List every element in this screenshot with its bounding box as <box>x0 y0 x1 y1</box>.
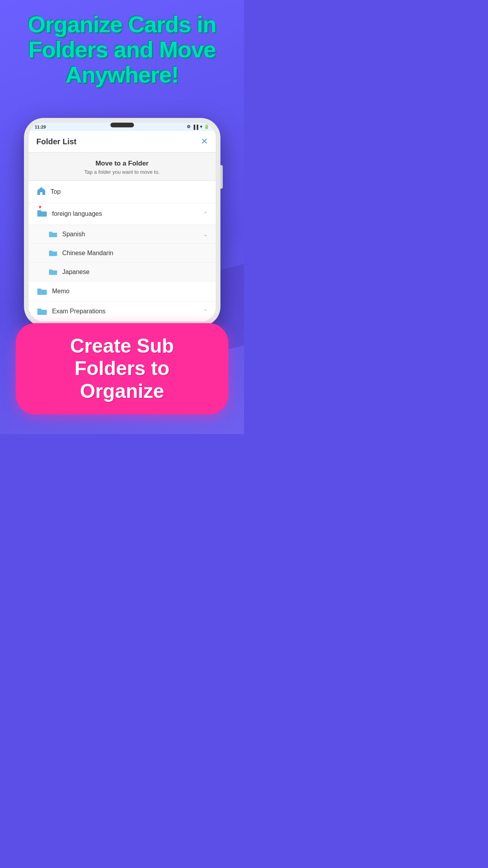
phone-screen: 11:29 ⚙ ▐▐ ▾ 🔋 Folder List ✕ Move to a F… <box>29 123 216 322</box>
folder-item-chinese[interactable]: Chinese Mandarin <box>29 244 216 263</box>
dialog-header: Folder List ✕ <box>29 131 216 153</box>
move-header: Move to a Folder Tap a folder you want t… <box>29 153 216 181</box>
phone-mockup: 11:29 ⚙ ▐▐ ▾ 🔋 Folder List ✕ Move to a F… <box>24 118 220 326</box>
folder-item-spanish[interactable]: Spanish ⌄ <box>29 225 216 244</box>
header-section: Organize Cards in Folders and Move Anywh… <box>0 12 244 87</box>
cta-button[interactable]: Create Sub Folders to Organize <box>16 323 228 415</box>
folder-with-pin: 📍 <box>37 209 48 219</box>
move-subtitle: Tap a folder you want to move to. <box>37 169 208 175</box>
home-icon <box>37 186 46 197</box>
settings-icon: ⚙ <box>187 124 191 129</box>
folder-label-memo: Memo <box>52 288 70 295</box>
phone-notch <box>110 123 134 127</box>
folder-list: Top 📍 foreign languages ⌃ <box>29 181 216 322</box>
pin-icon: 📍 <box>37 206 43 211</box>
folder-item-memo[interactable]: Memo <box>29 281 216 302</box>
header-title: Organize Cards in Folders and Move Anywh… <box>12 12 232 87</box>
signal-icon: ▐▐ <box>192 125 198 129</box>
status-icons: ⚙ ▐▐ ▾ 🔋 <box>187 124 209 129</box>
folder-label-chinese: Chinese Mandarin <box>62 250 114 257</box>
folder-label-foreign: foreign languages <box>52 210 102 217</box>
bottom-section: Create Sub Folders to Organize <box>0 311 244 434</box>
folder-item-top[interactable]: Top <box>29 181 216 203</box>
chevron-down-icon-spanish: ⌄ <box>203 231 208 237</box>
folder-icon-japanese <box>48 268 58 276</box>
folder-item-japanese[interactable]: Japanese <box>29 263 216 281</box>
dialog-title: Folder List <box>37 137 77 146</box>
close-button[interactable]: ✕ <box>201 136 208 147</box>
phone-outer: 11:29 ⚙ ▐▐ ▾ 🔋 Folder List ✕ Move to a F… <box>24 118 220 326</box>
folder-icon-memo <box>37 287 48 296</box>
chevron-up-icon-foreign: ⌃ <box>203 211 208 217</box>
status-time: 11:29 <box>35 125 46 129</box>
folder-label-spanish: Spanish <box>62 231 85 238</box>
folder-icon-chinese <box>48 249 58 257</box>
folder-icon-spanish <box>48 230 58 238</box>
move-title: Move to a Folder <box>37 160 208 167</box>
phone-side-button <box>220 165 223 189</box>
battery-icon: 🔋 <box>204 124 209 129</box>
wifi-icon: ▾ <box>200 124 202 129</box>
cta-text: Create Sub Folders to Organize <box>35 335 209 403</box>
folder-item-foreign-languages[interactable]: 📍 foreign languages ⌃ <box>29 203 216 225</box>
folder-label-japanese: Japanese <box>62 268 90 276</box>
dialog-body: Move to a Folder Tap a folder you want t… <box>29 153 216 322</box>
folder-label-top: Top <box>51 188 61 195</box>
